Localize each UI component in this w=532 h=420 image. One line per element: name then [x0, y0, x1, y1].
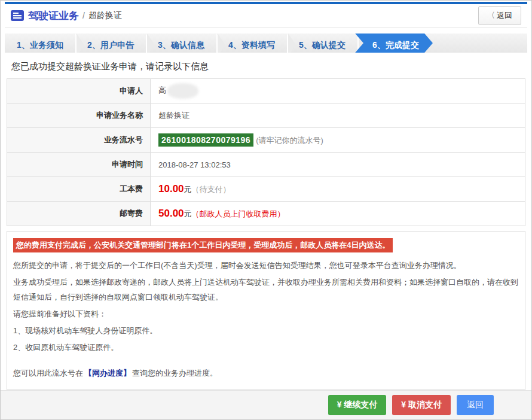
- serial-number-badge: 261001808270079196: [158, 133, 253, 147]
- back-button-label: 返回: [497, 11, 512, 20]
- step-label: 6、完成提交: [372, 40, 419, 50]
- notice-paragraph: 您所提交的申请，将于提交后的一个工作日(不含当天)受理，届时会发送短信告知受理结…: [13, 258, 519, 273]
- row-label: 申请时间: [7, 153, 151, 177]
- cancel-pay-button[interactable]: ¥ 取消支付: [392, 395, 451, 415]
- progress-hint: 您可以用此流水号在【网办进度】查询您的业务办理进度。: [13, 366, 519, 381]
- notice-list-item: 2、收回原机动车驾驶证原件。: [13, 340, 519, 355]
- return-button[interactable]: 返回: [457, 395, 494, 415]
- success-message: 您已成功提交超龄换证业务申请，请记录以下信息: [11, 61, 521, 72]
- header: 驾驶证业务 / 超龄换证 〈返回: [5, 4, 527, 28]
- step-nav: 1、业务须知 2、用户申告 3、确认信息 4、资料填写 5、确认提交 6、完成提…: [5, 34, 527, 53]
- serial-note: (请牢记你的流水号): [256, 136, 323, 145]
- row-value: 高: [151, 79, 525, 104]
- progress-hint-prefix: 您可以用此流水号在: [13, 369, 83, 378]
- page-title: 驾驶证业务: [28, 9, 79, 23]
- progress-link[interactable]: 【网办进度】: [84, 369, 131, 378]
- notice-box: 您的费用支付完成后，公安机关交通管理部门将在1个工作日内受理，受理成功后，邮政人…: [7, 231, 525, 390]
- continue-pay-button[interactable]: ¥ 继续支付: [328, 395, 387, 415]
- step-1-business-notice: 1、业务须知: [5, 34, 75, 53]
- step-label: 3、确认信息: [158, 40, 204, 50]
- step-5-confirm-submit: 5、确认提交: [287, 34, 357, 53]
- row-label: 工本费: [7, 177, 151, 202]
- back-button[interactable]: 〈返回: [478, 6, 521, 25]
- step-label: 4、资料填写: [228, 40, 275, 50]
- notice-paragraph: 请您提前准备好以下资料：: [13, 306, 519, 321]
- row-label: 申请业务名称: [7, 104, 151, 128]
- production-fee-amount: 10.00: [158, 183, 184, 194]
- redaction-blur: [167, 83, 198, 99]
- step-6-complete-submit: 6、完成提交: [355, 34, 433, 53]
- fee-unit: 元: [184, 209, 192, 218]
- footer-action-bar: ¥ 继续支付 ¥ 取消支付 返回: [1, 390, 531, 419]
- row-value: 超龄换证: [151, 104, 525, 128]
- row-value: 261001808270079196(请牢记你的流水号): [151, 128, 525, 153]
- warning-banner: 您的费用支付完成后，公安机关交通管理部门将在1个工作日内受理，受理成功后，邮政人…: [13, 238, 393, 252]
- progress-hint-suffix: 查询您的业务办理进度。: [132, 369, 218, 378]
- row-value: 50.00元（邮政人员上门收取费用）: [151, 202, 525, 226]
- business-name: 超龄换证: [158, 111, 189, 120]
- step-3-confirm-info: 3、确认信息: [146, 34, 216, 53]
- breadcrumb-current: 超龄换证: [88, 10, 122, 21]
- step-nav-filler: [433, 34, 527, 53]
- postage-fee-note: （邮政人员上门收取费用）: [192, 209, 285, 218]
- main-content: 您已成功提交超龄换证业务申请，请记录以下信息 申请人 高 申请业务名称 超龄换证…: [5, 53, 527, 390]
- row-label: 邮寄费: [7, 202, 151, 226]
- table-row-apply-time: 申请时间 2018-08-27 13:02:53: [7, 153, 525, 177]
- table-row-postage-fee: 邮寄费 50.00元（邮政人员上门收取费用）: [7, 202, 525, 226]
- row-value: 10.00元（待支付）: [151, 177, 525, 202]
- applicant-name: 高: [158, 86, 166, 95]
- step-label: 2、用户申告: [87, 40, 134, 50]
- table-row-business-name: 申请业务名称 超龄换证: [7, 104, 525, 128]
- info-table: 申请人 高 申请业务名称 超龄换证 业务流水号 2610018082700791…: [7, 78, 525, 226]
- step-4-fill-materials: 4、资料填写: [216, 34, 287, 53]
- fee-status-note: （待支付）: [192, 185, 231, 194]
- table-row-production-fee: 工本费 10.00元（待支付）: [7, 177, 525, 202]
- step-label: 1、业务须知: [17, 40, 63, 50]
- postage-fee-amount: 50.00: [158, 208, 184, 219]
- apply-time: 2018-08-27 13:02:53: [158, 160, 231, 169]
- breadcrumb-separator: /: [82, 11, 85, 20]
- notice-paragraph: 业务成功受理后，如果选择邮政寄递的，邮政人员将上门送达机动车驾驶证，并收取办理业…: [13, 275, 519, 305]
- notice-list-item: 1、现场核对机动车驾驶人身份证明原件。: [13, 323, 519, 338]
- fee-unit: 元: [184, 185, 192, 194]
- table-row-applicant: 申请人 高: [7, 79, 525, 104]
- row-label: 业务流水号: [7, 128, 151, 153]
- chevron-left-icon: 〈: [487, 11, 495, 20]
- row-label: 申请人: [7, 79, 151, 104]
- row-value: 2018-08-27 13:02:53: [151, 153, 525, 177]
- step-2-user-declaration: 2、用户申告: [75, 34, 146, 53]
- list-icon: [11, 10, 24, 21]
- step-label: 5、确认提交: [299, 40, 346, 50]
- page: 驾驶证业务 / 超龄换证 〈返回 1、业务须知 2、用户申告 3、确认信息 4、…: [0, 0, 532, 420]
- table-row-serial-number: 业务流水号 261001808270079196(请牢记你的流水号): [7, 128, 525, 153]
